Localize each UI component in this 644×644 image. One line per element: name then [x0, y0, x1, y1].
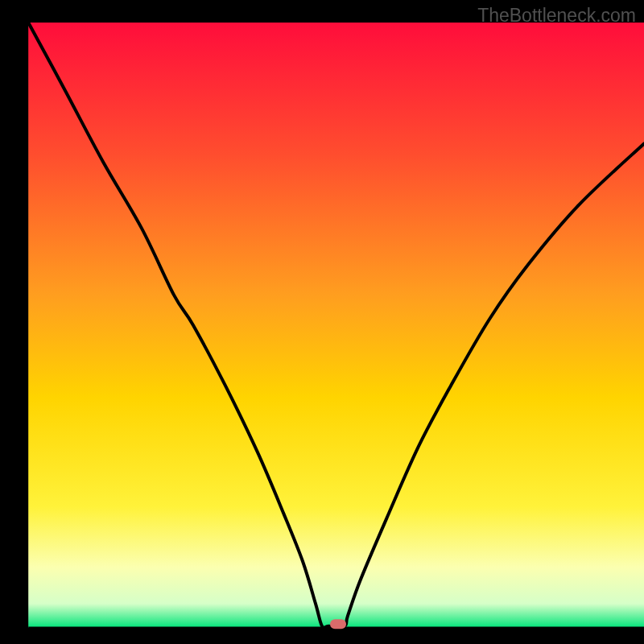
bottleneck-chart: [0, 0, 644, 644]
watermark-text: TheBottleneck.com: [477, 5, 636, 27]
plot-area: [28, 23, 644, 628]
min-marker: [330, 619, 346, 629]
chart-svg: [0, 0, 644, 644]
